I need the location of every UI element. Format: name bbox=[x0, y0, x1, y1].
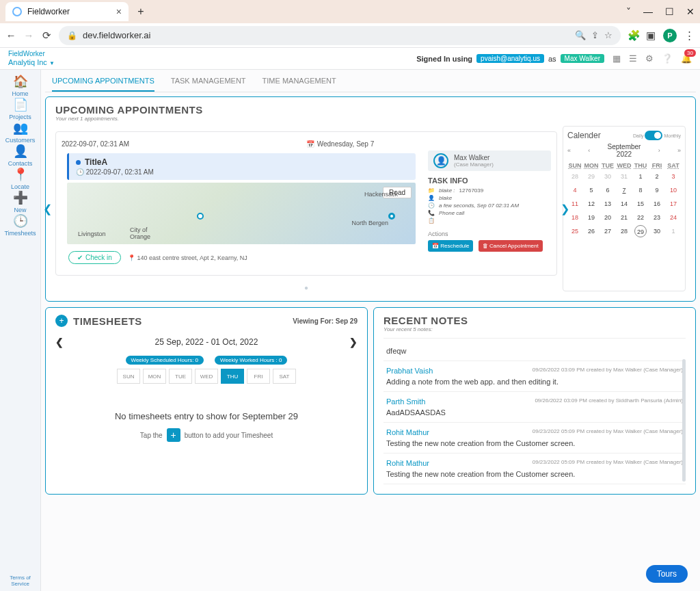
calendar-day-cell[interactable]: 12 bbox=[584, 198, 599, 210]
kebab-menu-icon[interactable]: ⋮ bbox=[684, 29, 695, 42]
calendar-last-button[interactable]: » bbox=[677, 147, 681, 154]
day-button-sun[interactable]: SUN bbox=[117, 369, 140, 384]
star-icon[interactable]: ☆ bbox=[604, 30, 612, 40]
note-item[interactable]: dfeqw bbox=[383, 339, 686, 361]
close-tab-icon[interactable]: × bbox=[116, 6, 122, 17]
email-chip[interactable]: pvaish@analytiq.us bbox=[476, 54, 544, 63]
calendar-day-cell[interactable]: 23 bbox=[649, 211, 664, 224]
sidebar-item-home[interactable]: 🏠Home bbox=[4, 74, 36, 97]
calendar-day-cell[interactable]: 4 bbox=[567, 184, 582, 196]
carousel-prev-button[interactable]: ❮ bbox=[43, 202, 52, 215]
back-button[interactable]: ← bbox=[5, 29, 16, 41]
calendar-day-cell[interactable]: 30 bbox=[600, 170, 615, 183]
week-prev-button[interactable]: ❮ bbox=[55, 337, 64, 347]
panel-icon[interactable]: ▣ bbox=[645, 29, 656, 42]
reload-button[interactable]: ⟳ bbox=[41, 29, 52, 42]
tours-button[interactable]: Tours bbox=[646, 565, 688, 583]
calendar-day-cell[interactable]: 28 bbox=[617, 225, 632, 237]
calendar-day-cell[interactable]: 7 bbox=[617, 184, 632, 196]
calendar-day-cell[interactable]: 6 bbox=[600, 184, 615, 196]
notes-list[interactable]: dfeqwPrabhat Vaish09/26/2022 03:09 PM cr… bbox=[383, 338, 686, 484]
browser-tab[interactable]: Fieldworker × bbox=[5, 2, 129, 21]
list-view-icon[interactable]: ☰ bbox=[629, 53, 637, 64]
note-item[interactable]: Rohit Mathur09/23/2022 05:09 PM created … bbox=[383, 454, 686, 484]
calendar-day-cell[interactable]: 11 bbox=[567, 198, 582, 210]
scrollbar[interactable] bbox=[682, 359, 686, 482]
extensions-icon[interactable]: 🧩 bbox=[628, 29, 638, 42]
tab-task-management[interactable]: TASK MANAGEMENT bbox=[171, 77, 246, 92]
calendar-view-toggle[interactable] bbox=[645, 131, 662, 140]
day-button-wed[interactable]: WED bbox=[195, 369, 218, 384]
sidebar-item-customers[interactable]: 👥Customers bbox=[4, 120, 36, 144]
calendar-day-cell[interactable]: 31 bbox=[617, 170, 632, 183]
maximize-icon[interactable]: ☐ bbox=[665, 6, 674, 17]
zoom-icon[interactable]: 🔍 bbox=[575, 30, 586, 40]
note-item[interactable]: Rohit Mathur09/23/2022 05:09 PM created … bbox=[383, 423, 686, 454]
calendar-day-cell[interactable]: 1 bbox=[633, 170, 648, 183]
gear-icon[interactable]: ⚙ bbox=[645, 53, 654, 64]
bell-icon[interactable]: 🔔30 bbox=[681, 53, 692, 64]
carousel-next-button[interactable]: ❯ bbox=[561, 202, 569, 215]
calendar-day-cell[interactable]: 16 bbox=[649, 198, 664, 210]
day-button-sat[interactable]: SAT bbox=[273, 369, 296, 384]
calendar-day-cell[interactable]: 9 bbox=[649, 184, 664, 196]
calendar-day-cell[interactable]: 15 bbox=[633, 198, 648, 210]
calendar-day-cell[interactable]: 25 bbox=[567, 225, 582, 237]
minimize-icon[interactable]: — bbox=[643, 6, 653, 17]
sidebar-item-locate[interactable]: 📍Locate bbox=[4, 167, 36, 190]
org-selector[interactable]: Analytiq Inc▼ bbox=[8, 58, 55, 68]
calendar-day-cell[interactable]: 2 bbox=[649, 170, 664, 183]
share-icon[interactable]: ⇪ bbox=[591, 30, 599, 40]
note-item[interactable]: Prabhat Vaish09/26/2022 03:09 PM created… bbox=[383, 361, 686, 392]
sidebar-item-contacts[interactable]: 👤Contacts bbox=[4, 144, 36, 167]
profile-avatar[interactable]: P bbox=[663, 29, 677, 42]
calendar-day-cell[interactable]: 30 bbox=[649, 225, 664, 237]
grid-view-icon[interactable]: ▦ bbox=[612, 53, 621, 64]
map-preview[interactable]: Road Livingston City ofOrange North Berg… bbox=[67, 183, 416, 244]
note-item[interactable]: Parth Smith09/26/2022 03:09 PM created b… bbox=[383, 392, 686, 423]
address-bar[interactable]: 🔒 dev.fieldworker.ai 🔍 ⇪ ☆ bbox=[59, 26, 621, 45]
sidebar-item-timesheets[interactable]: 🕒Timesheets bbox=[4, 213, 36, 237]
calendar-day-cell[interactable]: 14 bbox=[617, 198, 632, 210]
calendar-day-cell[interactable]: 29 bbox=[634, 225, 647, 237]
calendar-day-cell[interactable]: 24 bbox=[666, 211, 681, 224]
calendar-next-button[interactable]: › bbox=[658, 147, 660, 154]
calendar-day-cell[interactable]: 28 bbox=[567, 170, 582, 183]
week-next-button[interactable]: ❯ bbox=[349, 337, 358, 347]
calendar-day-cell[interactable]: 18 bbox=[567, 211, 582, 224]
event-block[interactable]: TitleA 🕒 2022-09-07, 02:31 AM bbox=[67, 153, 416, 180]
calendar-day-cell[interactable]: 13 bbox=[600, 198, 615, 210]
calendar-prev-button[interactable]: ‹ bbox=[588, 147, 590, 154]
reschedule-button[interactable]: 📅 Reschedule bbox=[428, 240, 473, 252]
calendar-day-cell[interactable]: 1 bbox=[666, 225, 681, 237]
sidebar-item-projects[interactable]: 📄Projects bbox=[4, 97, 36, 120]
day-button-thu[interactable]: THU bbox=[221, 369, 244, 384]
calendar-day-cell[interactable]: 27 bbox=[600, 225, 615, 237]
terms-of-service-link[interactable]: Terms of Service bbox=[0, 570, 40, 591]
user-chip[interactable]: Max Walker bbox=[561, 54, 604, 63]
checkin-button[interactable]: ✔ Check in bbox=[68, 251, 121, 264]
calendar-day-cell[interactable]: 5 bbox=[584, 184, 599, 196]
calendar-first-button[interactable]: « bbox=[567, 147, 571, 154]
day-button-tue[interactable]: TUE bbox=[169, 369, 192, 384]
tab-time-management[interactable]: TIME MANAGEMENT bbox=[262, 77, 336, 92]
calendar-day-cell[interactable]: 29 bbox=[584, 170, 599, 183]
calendar-day-cell[interactable]: 8 bbox=[633, 184, 648, 196]
new-tab-button[interactable]: + bbox=[134, 5, 148, 18]
day-button-fri[interactable]: FRI bbox=[247, 369, 270, 384]
add-timesheet-button[interactable]: + bbox=[167, 428, 180, 442]
calendar-day-cell[interactable]: 21 bbox=[617, 211, 632, 224]
calendar-day-cell[interactable]: 20 bbox=[600, 211, 615, 224]
calendar-day-cell[interactable]: 10 bbox=[666, 184, 681, 196]
forward-button[interactable]: → bbox=[23, 29, 34, 41]
window-dropdown-icon[interactable]: ˅ bbox=[626, 6, 631, 17]
calendar-day-cell[interactable]: 22 bbox=[633, 211, 648, 224]
calendar-day-cell[interactable]: 3 bbox=[666, 170, 681, 183]
calendar-day-cell[interactable]: 19 bbox=[584, 211, 599, 224]
calendar-day-cell[interactable]: 26 bbox=[584, 225, 599, 237]
sidebar-item-new[interactable]: ➕New bbox=[4, 190, 36, 213]
day-button-mon[interactable]: MON bbox=[143, 369, 166, 384]
close-window-icon[interactable]: ✕ bbox=[686, 6, 695, 17]
cancel-appointment-button[interactable]: 🗑 Cancel Appointment bbox=[479, 240, 543, 252]
timesheets-plus-icon[interactable]: + bbox=[55, 315, 68, 327]
